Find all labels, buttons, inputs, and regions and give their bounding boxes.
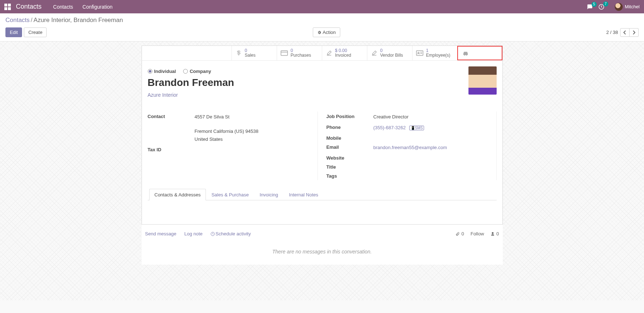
activity-icon[interactable]: 7 xyxy=(598,4,605,10)
follow-button[interactable]: Follow xyxy=(471,231,484,236)
svg-point-4 xyxy=(418,52,419,53)
user-icon xyxy=(490,232,495,236)
create-button[interactable]: Create xyxy=(24,27,47,37)
followers-button[interactable]: 0 xyxy=(490,231,499,236)
apps-icon[interactable] xyxy=(4,4,11,10)
clock-icon xyxy=(211,232,215,236)
label-mobile: Mobile xyxy=(327,135,373,141)
value-job-position: Creative Director xyxy=(373,113,492,121)
phone-link[interactable]: (355)-687-3262 xyxy=(373,125,406,130)
form-sheet: 0Sales 0Purchases $ 0.00Invoiced 0Vendor… xyxy=(142,45,503,225)
form-body: Individual Company Brandon Freeman Azure… xyxy=(142,61,502,224)
stat-employees[interactable]: 1Employee(s) xyxy=(412,46,457,60)
label-phone: Phone xyxy=(327,124,373,132)
user-avatar-icon xyxy=(615,3,623,11)
label-job-position: Job Position xyxy=(327,113,373,121)
fields-grid: Contact 4557 De Silva St Fremont Califor… xyxy=(148,112,497,180)
stat-buttons-row: 0Sales 0Purchases $ 0.00Invoiced 0Vendor… xyxy=(142,46,502,61)
svg-rect-1 xyxy=(281,51,287,55)
stat-sales[interactable]: 0Sales xyxy=(232,46,277,60)
paperclip-icon xyxy=(455,231,460,236)
page-background: 0Sales 0Purchases $ 0.00Invoiced 0Vendor… xyxy=(0,42,644,300)
stat-invoiced[interactable]: $ 0.00Invoiced xyxy=(322,46,367,60)
app-brand[interactable]: Contacts xyxy=(16,3,42,10)
breadcrumb-active: Azure Interior, Brandon Freeman xyxy=(34,17,123,23)
stat-purchases[interactable]: 0Purchases xyxy=(277,46,322,60)
label-contact: Contact xyxy=(148,113,195,143)
value-address: 4557 De Silva St Fremont California (US)… xyxy=(195,113,313,143)
schedule-activity-button[interactable]: Schedule activity xyxy=(211,231,251,236)
contact-avatar[interactable] xyxy=(468,66,497,95)
radio-icon xyxy=(183,69,188,74)
main-navbar: Contacts Contacts Configuration 5 7 Mitc… xyxy=(0,0,644,13)
tab-invoicing[interactable]: Invoicing xyxy=(254,189,284,200)
activity-badge: 7 xyxy=(603,1,608,6)
company-link[interactable]: Azure Interior xyxy=(148,92,178,98)
value-taxid xyxy=(195,146,313,152)
tab-sales-purchase[interactable]: Sales & Purchase xyxy=(206,189,254,200)
tab-internal-notes[interactable]: Internal Notes xyxy=(284,189,324,200)
tabs: Contacts & Addresses Sales & Purchase In… xyxy=(148,189,497,200)
pager-next-button[interactable] xyxy=(630,28,639,37)
chatter: Send message Log note Schedule activity … xyxy=(142,225,503,265)
user-name: Mitchel xyxy=(625,4,640,9)
tab-content xyxy=(148,200,497,221)
contact-name: Brandon Freeman xyxy=(148,77,497,88)
chat-badge: 5 xyxy=(592,2,597,7)
attachments-button[interactable]: 0 xyxy=(455,231,464,236)
gear-icon xyxy=(317,30,321,35)
chatter-empty: There are no messages in this conversati… xyxy=(145,236,499,265)
id-card-icon xyxy=(416,50,423,56)
tab-contacts-addresses[interactable]: Contacts & Addresses xyxy=(149,189,206,200)
label-title: Title xyxy=(327,164,373,170)
stat-vendor-bills[interactable]: 0Vendor Bills xyxy=(367,46,412,60)
value-website xyxy=(373,155,492,161)
label-taxid: Tax ID xyxy=(148,146,195,152)
chevron-right-icon xyxy=(632,30,635,35)
user-menu[interactable]: Mitchel xyxy=(615,3,640,11)
value-title xyxy=(373,164,492,170)
value-phone: (355)-687-3262 📱SMS xyxy=(373,124,492,132)
contact-type-radio: Individual Company xyxy=(148,69,497,74)
breadcrumb-root[interactable]: Contacts xyxy=(5,17,30,23)
send-message-button[interactable]: Send message xyxy=(145,231,177,236)
sms-button[interactable]: 📱SMS xyxy=(409,126,424,130)
breadcrumb: Contacts/Azure Interior, Brandon Freeman xyxy=(5,17,639,24)
pencil-square-icon xyxy=(371,50,377,56)
email-link[interactable]: brandon.freeman55@example.com xyxy=(373,145,447,150)
dollar-icon xyxy=(235,49,242,57)
value-mobile xyxy=(373,135,492,141)
control-panel: Contacts/Azure Interior, Brandon Freeman… xyxy=(0,13,644,42)
radio-icon xyxy=(148,69,152,74)
chat-icon[interactable]: 5 xyxy=(587,4,593,10)
nav-contacts[interactable]: Contacts xyxy=(53,4,73,10)
edit-button[interactable]: Edit xyxy=(5,27,22,37)
label-website: Website xyxy=(327,155,373,161)
radio-individual[interactable]: Individual xyxy=(148,69,176,74)
chevron-left-icon xyxy=(623,30,626,35)
label-tags: Tags xyxy=(327,173,373,179)
stat-cars[interactable] xyxy=(457,46,502,60)
label-email: Email xyxy=(327,144,373,152)
chatter-topbar: Send message Log note Schedule activity … xyxy=(145,231,499,236)
nav-configuration[interactable]: Configuration xyxy=(82,4,112,10)
pager[interactable]: 2 / 38 xyxy=(606,30,618,35)
log-note-button[interactable]: Log note xyxy=(184,231,203,236)
radio-company[interactable]: Company xyxy=(183,69,211,74)
pencil-square-icon xyxy=(326,50,332,56)
pager-prev-button[interactable] xyxy=(620,28,630,37)
credit-card-icon xyxy=(281,50,288,56)
action-button[interactable]: Action xyxy=(313,27,340,37)
car-icon xyxy=(462,50,470,56)
value-tags xyxy=(373,173,492,179)
